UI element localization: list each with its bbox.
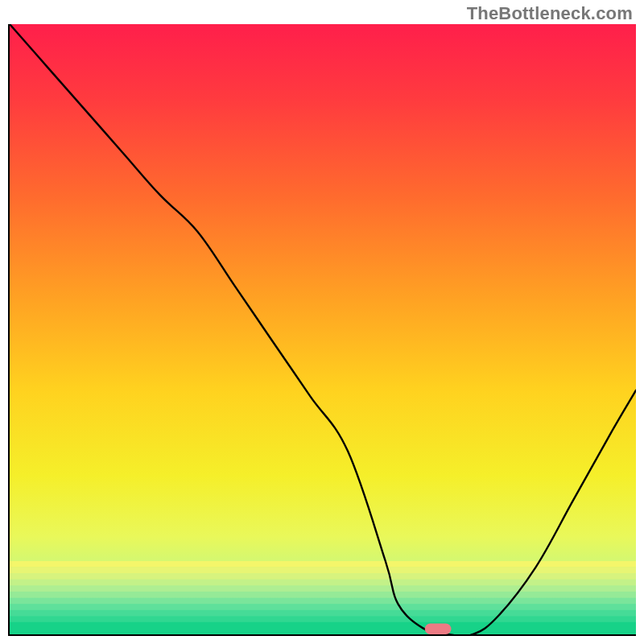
watermark-text: TheBottleneck.com	[467, 3, 633, 24]
chart-stage: TheBottleneck.com	[0, 0, 644, 644]
plot-area	[8, 24, 636, 636]
marker-layer	[10, 24, 636, 634]
optimal-marker	[425, 623, 452, 634]
